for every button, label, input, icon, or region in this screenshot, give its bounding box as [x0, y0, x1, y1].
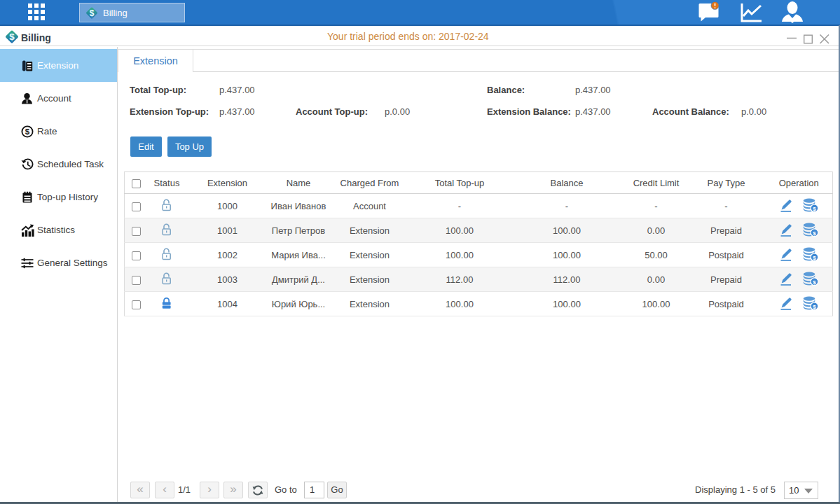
svg-text:$: $	[25, 127, 30, 136]
svg-text:$: $	[90, 8, 95, 18]
svg-text:$: $	[9, 31, 15, 42]
